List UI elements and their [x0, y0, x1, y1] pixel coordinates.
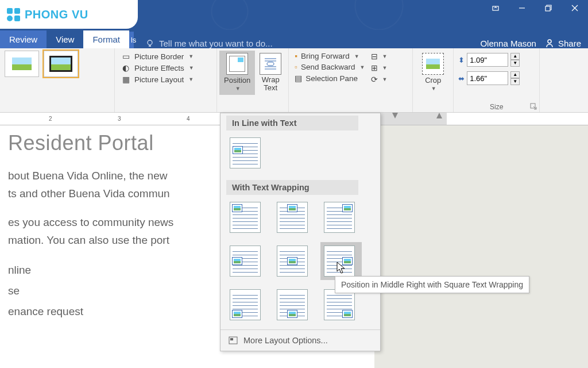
- send-backward-label: Send Backward: [301, 63, 355, 71]
- bring-forward-button[interactable]: ▪Bring Forward▼: [295, 52, 365, 60]
- more-layout-options[interactable]: More Layout Options...: [220, 329, 380, 351]
- position-dropdown: In Line with Text With Text Wrapping Mor…: [220, 113, 381, 351]
- section-wrap-header: With Text Wrapping: [226, 180, 358, 195]
- group-button[interactable]: ⊞▼: [371, 63, 388, 72]
- picture-border-button[interactable]: ▭Picture Border▼: [121, 52, 211, 61]
- group-crop: Crop ▼: [413, 48, 454, 112]
- share-button[interactable]: Share: [544, 38, 581, 48]
- more-layout-label: More Layout Options...: [243, 336, 328, 345]
- send-backward-icon: ▫: [295, 63, 297, 71]
- wrap-text-icon: [260, 53, 281, 75]
- position-middle-right[interactable]: [324, 246, 355, 277]
- tab-review[interactable]: Review: [0, 30, 47, 48]
- picture-layout-label: Picture Layout: [134, 75, 184, 84]
- section-inline-header: In Line with Text: [226, 116, 358, 131]
- group-size: ⬍ 1.09" ▲▼ ⬌ 1.66" ▲▼ Size: [454, 48, 540, 112]
- tell-me-search[interactable]: Tell me what you want to do...: [134, 39, 480, 48]
- position-bottom-right[interactable]: [324, 289, 355, 320]
- position-middle-right-wrap: [320, 242, 362, 280]
- tell-me-placeholder: Tell me what you want to do...: [159, 39, 273, 48]
- lightbulb-icon: [145, 39, 154, 48]
- group-picture-tools: ▭Picture Border▼ ◐Picture Effects▼ ▦Pict…: [115, 48, 217, 112]
- more-layout-icon: [229, 336, 238, 344]
- ruler-mark: 4: [187, 113, 190, 125]
- ribbon: ▭Picture Border▼ ◐Picture Effects▼ ▦Pict…: [0, 48, 588, 113]
- brand-logo-text: PHONG VU: [25, 8, 88, 21]
- border-icon: ▭: [121, 52, 131, 61]
- group-icon: ⊞: [371, 63, 378, 72]
- picture-border-label: Picture Border: [134, 52, 184, 61]
- wrap-text-label: Wrap Text: [262, 76, 280, 93]
- tab-partial: ls: [129, 32, 134, 48]
- layout-icon: ▦: [121, 75, 131, 84]
- height-icon: ⬍: [458, 56, 465, 64]
- rotate-icon: ⟳: [371, 75, 378, 84]
- group-arrange-position: Position ▼ Wrap Text: [217, 48, 289, 112]
- height-spinner[interactable]: ▲▼: [510, 53, 520, 67]
- size-group-label: Size: [454, 103, 539, 111]
- brand-logo-icon: [7, 8, 20, 21]
- position-top-left[interactable]: [230, 202, 261, 233]
- position-bottom-center[interactable]: [277, 289, 308, 320]
- picture-style-2[interactable]: [44, 51, 78, 77]
- brand-overlay: PHONG VU: [0, 0, 138, 29]
- share-icon: [544, 38, 555, 48]
- ruler-mark: 2: [49, 113, 52, 125]
- picture-style-1[interactable]: [5, 51, 39, 77]
- crop-label: Crop: [425, 76, 441, 85]
- ribbon-tabs: Review View Format ls Tell me what you w…: [0, 30, 588, 48]
- position-bottom-left[interactable]: [230, 289, 261, 320]
- bring-forward-icon: ▪: [295, 52, 297, 60]
- ruler-mark: 3: [118, 113, 121, 125]
- width-spinner[interactable]: ▲▼: [510, 71, 520, 85]
- position-button[interactable]: Position ▼: [219, 51, 255, 95]
- svg-point-6: [548, 40, 551, 43]
- window-controls: [482, 0, 588, 16]
- minimize-button[interactable]: [509, 0, 535, 16]
- send-backward-button[interactable]: ▫Send Backward▼: [295, 63, 365, 71]
- height-input[interactable]: 1.09": [467, 53, 508, 67]
- position-inline-option[interactable]: [230, 137, 261, 168]
- rotate-button[interactable]: ⟳▼: [371, 75, 388, 84]
- svg-rect-9: [230, 338, 233, 340]
- wrap-text-button[interactable]: Wrap Text: [255, 51, 286, 95]
- width-icon: ⬌: [458, 74, 465, 83]
- tooltip: Position in Middle Right with Square Tex…: [335, 276, 529, 293]
- crop-icon: [422, 53, 444, 75]
- position-middle-left[interactable]: [230, 246, 261, 277]
- tab-view[interactable]: View: [47, 30, 83, 48]
- ribbon-display-icon[interactable]: [482, 0, 509, 16]
- selection-pane-label: Selection Pane: [305, 74, 358, 83]
- width-input[interactable]: 1.66": [467, 71, 508, 85]
- svg-point-5: [148, 40, 152, 45]
- group-arrange: ▪Bring Forward▼ ▫Send Backward▼ ▤Selecti…: [289, 48, 413, 112]
- selection-pane-button[interactable]: ▤Selection Pane: [295, 74, 365, 83]
- height-control: ⬍ 1.09" ▲▼: [458, 53, 535, 67]
- picture-effects-label: Picture Effects: [134, 64, 184, 72]
- group-picture-styles: [0, 48, 115, 112]
- position-middle-center[interactable]: [277, 246, 308, 277]
- position-label: Position: [224, 76, 250, 85]
- size-dialog-launcher[interactable]: [530, 103, 537, 110]
- position-top-right[interactable]: [324, 202, 355, 233]
- tab-format[interactable]: Format: [83, 30, 129, 48]
- width-control: ⬌ 1.66" ▲▼: [458, 71, 535, 85]
- effects-icon: ◐: [121, 63, 131, 72]
- crop-button[interactable]: Crop ▼: [417, 51, 448, 94]
- picture-layout-button[interactable]: ▦Picture Layout▼: [121, 75, 211, 84]
- restore-button[interactable]: [535, 0, 562, 16]
- position-icon: [226, 53, 248, 75]
- svg-rect-2: [546, 6, 550, 11]
- user-name[interactable]: Olenna Mason: [480, 39, 536, 48]
- user-area: Olenna Mason Share: [480, 38, 588, 48]
- selection-pane-icon: ▤: [295, 74, 302, 83]
- bring-forward-label: Bring Forward: [301, 52, 350, 60]
- close-button[interactable]: [562, 0, 588, 16]
- share-label: Share: [558, 39, 581, 48]
- position-top-center[interactable]: [277, 202, 308, 233]
- align-button[interactable]: ⊟▼: [371, 52, 388, 61]
- align-icon: ⊟: [371, 52, 378, 61]
- picture-effects-button[interactable]: ◐Picture Effects▼: [121, 63, 211, 72]
